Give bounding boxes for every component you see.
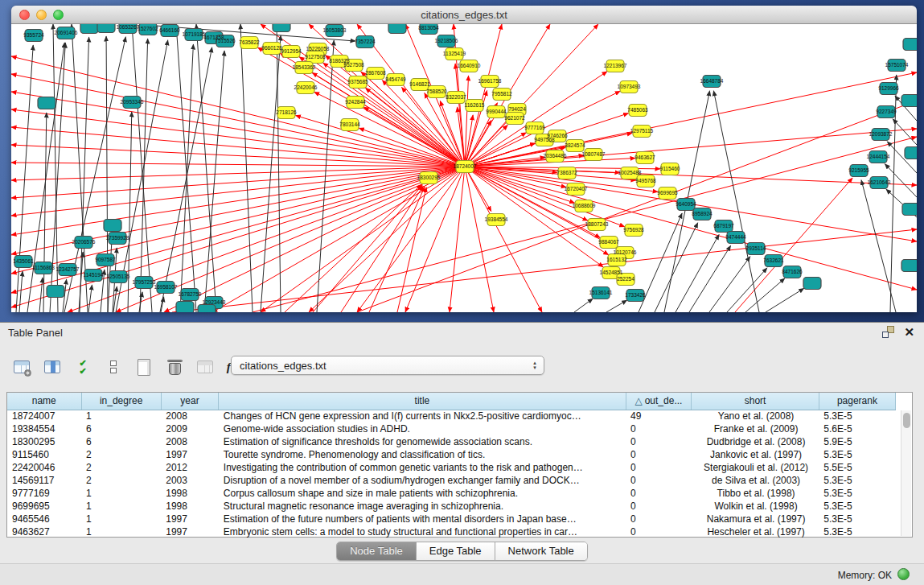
cell-title[interactable]: Embryonic stem cells: a model to study s… xyxy=(219,525,626,538)
column-header-out_degree[interactable]: △out_de... xyxy=(626,393,692,410)
graph-edge[interactable] xyxy=(574,299,593,312)
column-header-in_degree[interactable]: in_degree xyxy=(81,393,161,410)
graph-edge[interactable] xyxy=(341,186,423,312)
delete-table-icon[interactable] xyxy=(195,356,216,377)
graph-edge[interactable] xyxy=(689,245,731,312)
graph-edge[interactable] xyxy=(11,56,465,167)
graph-edge[interactable] xyxy=(79,252,83,312)
memory-status-indicator[interactable] xyxy=(897,568,910,580)
cell-short[interactable]: Wolkin et al. (1998) xyxy=(692,500,819,513)
cell-title[interactable]: Investigating the contribution of common… xyxy=(219,461,626,474)
close-panel-icon[interactable]: ✕ xyxy=(904,326,914,338)
cell-pagerank[interactable]: 5.6E-5 xyxy=(819,422,895,435)
cell-in_degree[interactable]: 1 xyxy=(81,410,161,422)
cell-title[interactable]: Corpus callosum shape and size in male p… xyxy=(219,487,626,500)
graph-edge[interactable] xyxy=(11,167,465,235)
table-options-icon[interactable] xyxy=(11,356,32,377)
cell-pagerank[interactable]: 5.5E-5 xyxy=(819,461,895,474)
table-row[interactable]: 2242004622012Investigating the contribut… xyxy=(7,461,896,474)
graph-edge[interactable] xyxy=(745,278,785,312)
column-header-short[interactable]: short xyxy=(692,393,819,410)
cell-short[interactable]: de Silva et al. (2003) xyxy=(692,474,819,487)
cell-out_degree[interactable]: 0 xyxy=(626,461,692,474)
cell-in_degree[interactable]: 1 xyxy=(81,513,161,525)
column-header-title[interactable]: title xyxy=(219,393,626,410)
cell-pagerank[interactable]: 5.3E-5 xyxy=(819,513,895,525)
graph-edge[interactable] xyxy=(465,72,917,167)
cell-title[interactable]: Structural magnetic resonance image aver… xyxy=(219,500,626,513)
cell-in_degree[interactable]: 6 xyxy=(81,422,161,435)
graph-node[interactable] xyxy=(97,24,115,33)
tab-edge-table[interactable]: Edge Table xyxy=(417,542,495,560)
network-canvas[interactable]: 9355724206914061065326715276026466160107… xyxy=(11,24,917,312)
column-header-name[interactable]: name xyxy=(7,393,81,410)
cell-in_degree[interactable]: 2 xyxy=(81,461,161,474)
cell-out_degree[interactable]: 0 xyxy=(626,487,692,500)
table-row[interactable]: 1872400712008Changes of HCN gene express… xyxy=(7,410,896,422)
graph-node[interactable] xyxy=(905,147,917,159)
table-row[interactable]: 946554611997Estimation of the future num… xyxy=(7,513,896,525)
cell-out_degree[interactable]: 49 xyxy=(626,410,692,422)
graph-edge[interactable] xyxy=(160,47,212,312)
cell-in_degree[interactable]: 2 xyxy=(81,448,161,461)
cell-year[interactable]: 2012 xyxy=(161,461,219,474)
graph-node[interactable] xyxy=(198,305,216,313)
cell-pagerank[interactable]: 5.9E-5 xyxy=(819,435,895,448)
graph-edge[interactable] xyxy=(11,74,465,167)
cell-name[interactable]: 9465546 xyxy=(7,513,81,525)
graph-edge[interactable] xyxy=(465,167,494,312)
graph-edge[interactable] xyxy=(676,234,719,312)
graph-node[interactable] xyxy=(176,302,194,313)
cell-year[interactable]: 2009 xyxy=(161,422,219,435)
table-row[interactable]: 1456911722003Disruption of a novel membe… xyxy=(7,474,896,487)
cell-year[interactable]: 2003 xyxy=(161,474,219,487)
cell-title[interactable]: Disruption of a novel member of a sodium… xyxy=(219,474,626,487)
graph-edge[interactable] xyxy=(196,24,216,312)
cell-out_degree[interactable]: 0 xyxy=(626,435,692,448)
cell-short[interactable]: Jankovic et al. (1997) xyxy=(692,448,819,461)
cell-pagerank[interactable]: 5.3E-5 xyxy=(819,474,895,487)
cell-out_degree[interactable]: 0 xyxy=(626,513,692,525)
cell-pagerank[interactable]: 5.3E-5 xyxy=(819,448,895,461)
table-row[interactable]: 977716911998Corpus callosum shape and si… xyxy=(7,487,896,500)
row-height-icon[interactable] xyxy=(103,356,124,377)
graph-node[interactable] xyxy=(902,204,917,216)
graph-node[interactable] xyxy=(903,39,917,51)
column-header-pagerank[interactable]: pagerank xyxy=(819,393,895,410)
graph-node[interactable] xyxy=(273,24,290,32)
graph-edge[interactable] xyxy=(727,268,767,312)
cell-short[interactable]: Yano et al. (2008) xyxy=(692,410,819,422)
network-graph-svg[interactable]: 9355724206914061065326715276026466160107… xyxy=(11,24,917,312)
graph-node[interactable] xyxy=(47,286,64,298)
cell-title[interactable]: Changes of HCN gene expression and I(f) … xyxy=(219,410,626,422)
cell-pagerank[interactable]: 5.3E-5 xyxy=(819,487,895,500)
cell-name[interactable]: 9115460 xyxy=(7,448,81,461)
cell-in_degree[interactable]: 1 xyxy=(81,500,161,513)
graph-edge[interactable] xyxy=(240,24,253,312)
cell-name[interactable]: 19384554 xyxy=(7,422,81,435)
cell-short[interactable]: Dudbridge et al. (2008) xyxy=(692,435,819,448)
graph-node[interactable] xyxy=(38,97,55,109)
show-columns-icon[interactable] xyxy=(42,356,63,377)
graph-edge[interactable] xyxy=(606,300,627,312)
graph-edge[interactable] xyxy=(106,36,108,312)
cell-name[interactable]: 9463627 xyxy=(7,525,81,538)
cell-pagerank[interactable]: 5.3E-5 xyxy=(819,525,895,538)
cell-short[interactable]: Nakamura et al. (1997) xyxy=(692,513,819,525)
graph-edge[interactable] xyxy=(140,39,148,312)
table-row[interactable]: 969969511998Structural magnetic resonanc… xyxy=(7,500,896,513)
cell-year[interactable]: 1997 xyxy=(161,448,219,461)
table-scrollbar-thumb[interactable] xyxy=(903,413,910,428)
cell-title[interactable]: Estimation of significance thresholds fo… xyxy=(219,435,626,448)
cell-short[interactable]: Hescheler et al. (1997) xyxy=(692,525,819,538)
graph-edge[interactable] xyxy=(893,119,917,145)
table-row[interactable]: 946362711997Embryonic stem cells: a mode… xyxy=(7,525,896,538)
graph-edge[interactable] xyxy=(16,45,33,312)
select-rows-icon[interactable]: ✔✔ xyxy=(72,356,93,377)
table-scrollbar[interactable] xyxy=(901,410,911,536)
cell-out_degree[interactable]: 0 xyxy=(626,525,692,538)
graph-edge[interactable] xyxy=(363,107,465,167)
cell-name[interactable]: 9699695 xyxy=(7,500,81,513)
cell-in_degree[interactable]: 6 xyxy=(81,435,161,448)
cell-out_degree[interactable]: 0 xyxy=(626,500,692,513)
